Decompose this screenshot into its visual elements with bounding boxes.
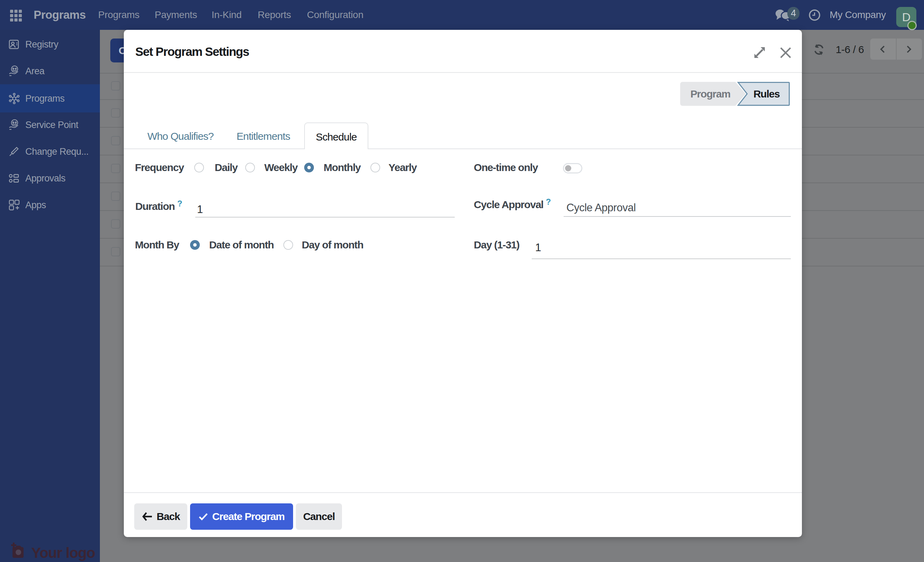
svg-text:Rules: Rules — [753, 88, 780, 99]
svg-text:Program: Program — [691, 88, 730, 99]
